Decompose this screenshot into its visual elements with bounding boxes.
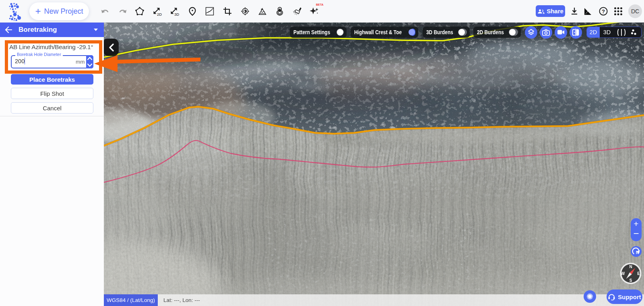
- svg-text:S: S: [630, 278, 632, 283]
- svg-text:E: E: [637, 271, 640, 276]
- svg-text:?: ?: [602, 8, 605, 14]
- svg-text:3D: 3D: [174, 12, 179, 16]
- svg-text:2D: 2D: [157, 12, 162, 16]
- svg-text:N: N: [629, 265, 632, 269]
- svg-text:N: N: [636, 250, 639, 255]
- svg-text:W: W: [621, 271, 625, 276]
